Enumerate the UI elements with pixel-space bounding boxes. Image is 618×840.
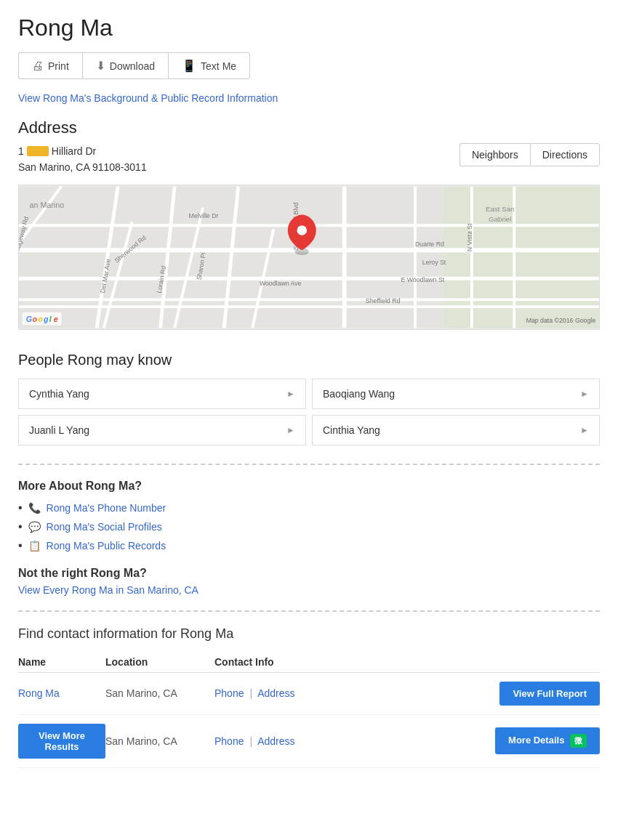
person-item[interactable]: Baoqiang Wang ►	[312, 379, 600, 409]
svg-text:g: g	[43, 314, 49, 323]
people-grid: Cynthia Yang ► Baoqiang Wang ► Juanli L …	[18, 379, 600, 445]
download-label: Download	[110, 60, 155, 72]
textme-button[interactable]: 📱 Text Me	[168, 52, 250, 79]
address-block: 1 Hilliard Dr San Marino, CA 91108-3011 …	[18, 143, 600, 176]
print-button[interactable]: 🖨 Print	[18, 52, 82, 79]
public-records-link[interactable]: Rong Ma's Public Records	[47, 540, 166, 552]
svg-text:E Woodlawn St: E Woodlawn St	[401, 276, 445, 283]
person-name: Cinthia Yang	[323, 424, 380, 436]
textme-label: Text Me	[201, 60, 236, 72]
people-title: People Rong may know	[18, 352, 600, 368]
contact-address-link-2[interactable]: Address	[257, 735, 294, 747]
svg-text:an Marino: an Marino	[30, 201, 65, 209]
divider-1	[18, 464, 600, 465]
print-icon: 🖨	[32, 60, 44, 73]
person-name: Cynthia Yang	[29, 388, 89, 400]
textme-icon: 📱	[182, 59, 196, 73]
arrow-icon: ►	[580, 389, 589, 399]
phone-icon: 📞	[28, 502, 41, 514]
contact-table: Name Location Contact Info Rong Ma San M…	[18, 652, 600, 768]
more-about-title: More About Rong Ma?	[18, 480, 600, 493]
people-section: People Rong may know Cynthia Yang ► Baoq…	[18, 352, 600, 445]
more-about-section: More About Rong Ma? 📞 Rong Ma's Phone Nu…	[18, 480, 600, 552]
contact-phone-link[interactable]: Phone	[214, 687, 244, 699]
col-name: Name	[18, 652, 105, 673]
svg-text:N Vista St: N Vista St	[466, 223, 473, 251]
svg-text:e: e	[54, 314, 58, 323]
find-contact-section: Find contact information for Rong Ma Nam…	[18, 626, 600, 768]
svg-text:Sheffield Rd: Sheffield Rd	[366, 297, 401, 304]
arrow-icon: ►	[286, 425, 295, 435]
toolbar: 🖨 Print ⬇ Download 📱 Text Me	[18, 52, 600, 79]
neighbors-button[interactable]: Neighbors	[460, 143, 530, 166]
find-contact-title: Find contact information for Rong Ma	[18, 626, 600, 642]
social-profiles-link[interactable]: Rong Ma's Social Profiles	[47, 521, 162, 533]
table-row: View More Results San Marino, CA Phone |…	[18, 714, 600, 767]
arrow-icon: ►	[286, 389, 295, 399]
svg-text:Duarte Rd: Duarte Rd	[415, 241, 444, 248]
svg-text:Melville Dr: Melville Dr	[189, 212, 219, 219]
more-about-item: 💬 Rong Ma's Social Profiles	[18, 520, 600, 533]
col-action	[360, 652, 600, 673]
map-container: Ridgeway Rd Del Mar Ave Lorain Rd Sharon…	[18, 185, 600, 330]
col-location: Location	[105, 652, 214, 673]
svg-point-35	[297, 225, 307, 235]
arrow-icon: ►	[580, 425, 589, 435]
svg-text:East San: East San	[486, 205, 514, 213]
address-text: 1 Hilliard Dr San Marino, CA 91108-3011	[18, 143, 147, 176]
address-street: Hilliard Dr	[52, 143, 96, 159]
separator: |	[249, 735, 252, 747]
svg-text:Leroy St: Leroy St	[422, 259, 446, 266]
not-right-title: Not the right Rong Ma?	[18, 567, 600, 580]
svg-text:Map data ©2016 Google: Map data ©2016 Google	[526, 317, 596, 324]
svg-text:G: G	[26, 314, 32, 323]
social-icon: 💬	[28, 521, 41, 533]
separator: |	[249, 687, 252, 699]
page-title: Rong Ma	[18, 15, 600, 41]
svg-text:Gabriel: Gabriel	[489, 215, 511, 223]
address-title: Address	[18, 118, 600, 137]
background-link[interactable]: View Rong Ma's Background & Public Recor…	[18, 92, 600, 104]
more-about-item: 📞 Rong Ma's Phone Number	[18, 501, 600, 514]
more-details-button[interactable]: More Details 微	[495, 727, 600, 754]
download-button[interactable]: ⬇ Download	[82, 52, 168, 79]
person-item[interactable]: Cinthia Yang ►	[312, 415, 600, 445]
person-name: Baoqiang Wang	[323, 388, 395, 400]
col-contact: Contact Info	[214, 652, 360, 673]
person-name: Juanli L Yang	[29, 424, 89, 436]
contact-location: San Marino, CA	[105, 672, 214, 714]
address-line1: 1 Hilliard Dr	[18, 143, 96, 159]
more-details-label: More Details	[508, 735, 564, 746]
view-every-link[interactable]: View Every Rong Ma in San Marino, CA	[18, 584, 198, 596]
contact-phone-link-2[interactable]: Phone	[214, 735, 244, 747]
contact-name-link[interactable]: Rong Ma	[18, 687, 60, 699]
person-item[interactable]: Cynthia Yang ►	[18, 379, 306, 409]
address-action-buttons: Neighbors Directions	[460, 143, 600, 166]
person-item[interactable]: Juanli L Yang ►	[18, 415, 306, 445]
map-svg: Ridgeway Rd Del Mar Ave Lorain Rd Sharon…	[19, 185, 599, 329]
contact-location: San Marino, CA	[105, 714, 214, 767]
view-full-report-button[interactable]: View Full Report	[499, 682, 600, 706]
svg-text:o: o	[38, 314, 43, 323]
not-right-section: Not the right Rong Ma? View Every Rong M…	[18, 567, 600, 596]
address-redacted	[27, 146, 49, 156]
download-icon: ⬇	[96, 59, 105, 73]
more-about-list: 📞 Rong Ma's Phone Number 💬 Rong Ma's Soc…	[18, 501, 600, 552]
wechat-badge: 微	[570, 734, 587, 748]
phone-number-link[interactable]: Rong Ma's Phone Number	[47, 502, 166, 514]
contact-address-link[interactable]: Address	[257, 687, 294, 699]
view-more-results-button[interactable]: View More Results	[18, 724, 105, 759]
records-icon: 📋	[28, 540, 41, 552]
address-city: San Marino, CA 91108-3011	[18, 159, 147, 175]
table-row: Rong Ma San Marino, CA Phone | Address V…	[18, 672, 600, 714]
svg-text:o: o	[32, 314, 37, 323]
svg-text:Woodlawn Ave: Woodlawn Ave	[260, 280, 302, 287]
more-about-item: 📋 Rong Ma's Public Records	[18, 539, 600, 552]
divider-2	[18, 610, 600, 612]
table-header-row: Name Location Contact Info	[18, 652, 600, 673]
directions-button[interactable]: Directions	[530, 143, 600, 166]
print-label: Print	[48, 60, 69, 72]
